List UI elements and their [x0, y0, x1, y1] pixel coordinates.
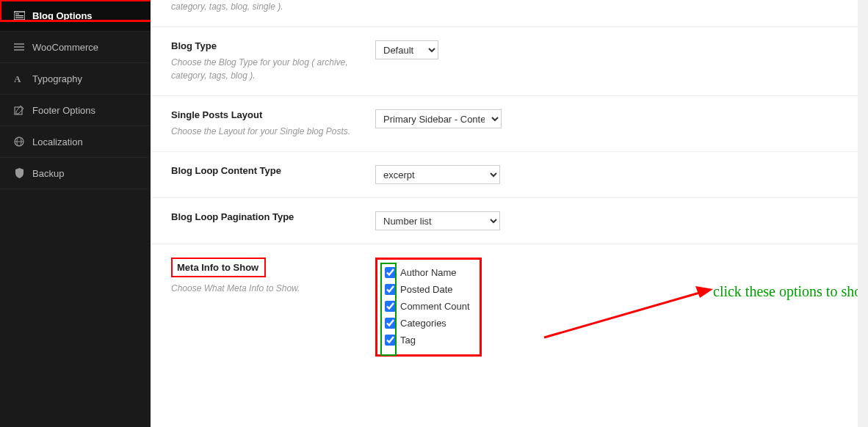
sidebar-item-label: Footer Options [32, 105, 95, 116]
sidebar-item-label: Typography [32, 73, 82, 84]
main-panel: category, tags, blog, single ). Blog Typ… [151, 0, 868, 427]
field-row-pagination: Blog Loop Pagination Type Number list [151, 198, 868, 244]
news-icon [13, 10, 25, 21]
meta-checklist-highlight: Author Name Posted Date Comment Count [375, 258, 482, 357]
field-row-single-layout: Single Posts Layout Choose the Layout fo… [151, 96, 868, 152]
single-layout-select[interactable]: Primary Sidebar - Content [375, 109, 502, 128]
checkbox[interactable] [385, 335, 396, 346]
blog-type-select[interactable]: Default [375, 40, 438, 59]
meta-check-date[interactable]: Posted Date [385, 284, 472, 295]
field-label: Meta Info to Show [177, 262, 258, 273]
font-icon: A [13, 73, 25, 84]
menu-icon [13, 41, 25, 53]
field-desc: category, tags, blog, single ). [171, 0, 361, 13]
field-desc: Choose the Blog Type for your blog ( arc… [171, 56, 361, 82]
shield-icon [13, 167, 25, 179]
sidebar-item-blog-options[interactable]: Blog Options [0, 0, 151, 32]
field-label: Single Posts Layout [171, 109, 361, 120]
sidebar-item-label: Blog Options [32, 10, 93, 21]
sidebar: Blog Options WooCommerce A Typography Fo… [0, 0, 151, 427]
sidebar-item-backup[interactable]: Backup [0, 158, 151, 189]
meta-check-comment[interactable]: Comment Count [385, 301, 472, 312]
field-desc: Choose the Layout for your Single blog P… [171, 125, 361, 138]
pagination-select[interactable]: Number list [375, 211, 500, 230]
loop-content-select[interactable]: excerpt [375, 165, 500, 184]
sidebar-item-footer-options[interactable]: Footer Options [0, 95, 151, 126]
field-desc: Choose What Meta Info to Show. [171, 282, 361, 295]
sidebar-item-localization[interactable]: Localization [0, 126, 151, 158]
sidebar-item-label: WooCommerce [32, 42, 98, 53]
sidebar-item-typography[interactable]: A Typography [0, 63, 151, 95]
field-row-meta-info: Meta Info to Show Choose What Meta Info … [151, 244, 868, 370]
annotation-text: click these options to show the meta [713, 283, 868, 300]
checkbox[interactable] [385, 301, 396, 312]
scrollbar[interactable] [858, 0, 868, 427]
svg-text:A: A [14, 73, 21, 84]
field-label: Blog Type [171, 40, 361, 51]
field-row-loop-content: Blog Loop Content Type excerpt [151, 152, 868, 198]
field-label: Blog Loop Pagination Type [171, 211, 361, 222]
checkbox[interactable] [385, 267, 396, 278]
meta-label-highlight: Meta Info to Show [171, 258, 266, 277]
field-row-top: category, tags, blog, single ). [151, 0, 868, 27]
meta-check-author[interactable]: Author Name [385, 267, 472, 278]
field-label: Blog Loop Content Type [171, 165, 361, 176]
edit-icon [13, 104, 25, 116]
meta-check-categories[interactable]: Categories [385, 318, 472, 329]
checkbox[interactable] [385, 284, 396, 295]
sidebar-item-label: Localization [32, 136, 83, 147]
checkbox[interactable] [385, 318, 396, 329]
globe-icon [13, 136, 25, 147]
sidebar-item-label: Backup [32, 168, 64, 179]
meta-check-tag[interactable]: Tag [385, 335, 472, 346]
field-row-blog-type: Blog Type Choose the Blog Type for your … [151, 27, 868, 96]
sidebar-item-woocommerce[interactable]: WooCommerce [0, 32, 151, 63]
